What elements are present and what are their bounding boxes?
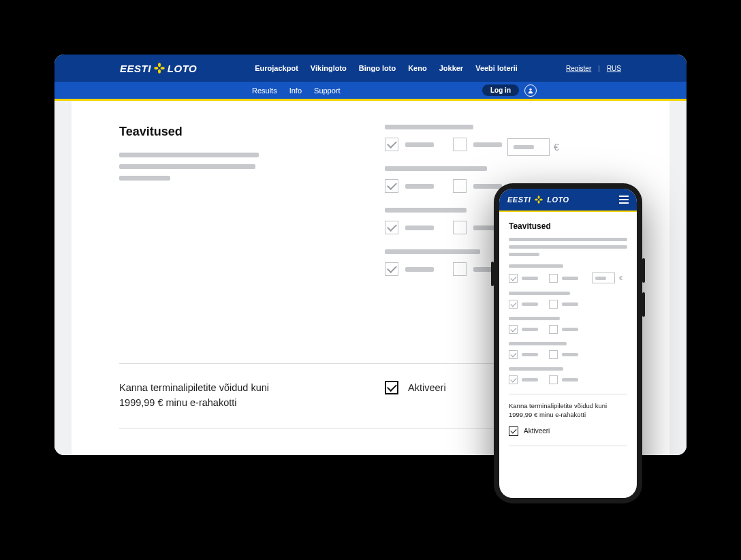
label-skeleton <box>522 302 538 306</box>
transfer-description: Kanna terminalipiletite võidud kuni 1999… <box>119 381 337 411</box>
device-button <box>491 262 494 286</box>
option-header-skeleton <box>385 166 487 171</box>
device-button <box>642 258 645 283</box>
option-group <box>509 367 627 384</box>
brand-word2: LOTO <box>547 196 569 204</box>
device-button <box>642 292 645 317</box>
label-skeleton <box>522 328 538 331</box>
checkbox[interactable] <box>549 274 558 283</box>
primary-nav: Eurojackpot Vikingloto Bingo loto Keno J… <box>255 64 518 72</box>
transfer-section: Kanna terminalipiletite võidud kuni 1999… <box>119 363 547 429</box>
option-header-skeleton <box>509 292 570 295</box>
nav-jokker[interactable]: Jokker <box>439 64 463 72</box>
svg-point-5 <box>538 196 540 199</box>
label-skeleton <box>405 184 434 189</box>
header-right: Register | RUS <box>566 65 621 72</box>
brand-logo[interactable]: EESTI LOTO <box>120 63 197 74</box>
divider <box>119 428 547 429</box>
label-skeleton <box>562 353 578 356</box>
option-group <box>509 317 627 334</box>
option-header-skeleton <box>385 208 467 213</box>
svg-point-3 <box>161 67 165 69</box>
option-header-skeleton <box>385 249 480 254</box>
label-skeleton <box>562 302 578 306</box>
checkbox[interactable] <box>549 375 558 384</box>
checkbox[interactable] <box>509 325 518 334</box>
checkbox[interactable] <box>453 138 467 151</box>
svg-point-0 <box>158 63 161 67</box>
mobile-header: EESTI LOTO <box>499 189 637 212</box>
user-icon[interactable] <box>524 84 537 97</box>
nav-keno[interactable]: Keno <box>408 64 427 72</box>
hamburger-icon[interactable] <box>619 196 629 204</box>
transfer-description: Kanna terminalipiletite võidud kuni 1999… <box>509 401 627 420</box>
clover-icon <box>533 194 544 205</box>
option-group <box>509 342 627 359</box>
label-skeleton <box>522 277 538 280</box>
secondary-header: Results Info Support Log in <box>54 82 687 101</box>
label-skeleton <box>405 225 434 230</box>
label-skeleton <box>473 184 502 189</box>
nav-eurojackpot[interactable]: Eurojackpot <box>255 64 298 72</box>
clover-icon <box>154 63 165 74</box>
brand-word1: EESTI <box>120 63 151 74</box>
checkbox[interactable] <box>385 179 398 193</box>
login-button[interactable]: Log in <box>482 84 519 96</box>
activate-checkbox[interactable] <box>385 381 398 394</box>
checkbox[interactable] <box>509 300 518 309</box>
mobile-screen: EESTI LOTO Teavitused <box>499 189 637 498</box>
checkbox[interactable] <box>509 274 518 283</box>
page-title: Teavitused <box>509 221 627 231</box>
option-group <box>385 125 623 151</box>
divider <box>509 394 627 394</box>
svg-point-6 <box>538 200 540 204</box>
label-skeleton <box>562 277 578 280</box>
lang-link[interactable]: RUS <box>607 65 621 72</box>
svg-point-4 <box>529 88 531 90</box>
nav-bingoloto[interactable]: Bingo loto <box>359 64 396 72</box>
label-skeleton <box>473 142 502 147</box>
amount-input[interactable] <box>507 138 550 156</box>
activate-label: Aktiveeri <box>524 427 550 435</box>
primary-header: EESTI LOTO Eurojackpot Vikingloto Bingo … <box>54 55 687 82</box>
label-skeleton <box>405 142 434 147</box>
checkbox[interactable] <box>453 221 467 234</box>
currency-symbol: € <box>619 275 622 281</box>
svg-point-1 <box>158 69 161 74</box>
brand-word2: LOTO <box>168 63 197 74</box>
checkbox[interactable] <box>453 179 467 193</box>
checkbox[interactable] <box>385 221 398 234</box>
option-group: € <box>509 264 627 283</box>
nav-vikingloto[interactable]: Vikingloto <box>311 64 347 72</box>
label-skeleton <box>522 353 538 356</box>
currency-symbol: € <box>554 142 559 153</box>
subnav-support[interactable]: Support <box>314 87 341 95</box>
label-skeleton <box>562 378 578 382</box>
svg-point-2 <box>154 67 158 69</box>
checkbox[interactable] <box>385 138 398 151</box>
activate-checkbox[interactable] <box>509 426 518 436</box>
checkbox[interactable] <box>509 375 518 384</box>
checkbox[interactable] <box>453 262 467 276</box>
amount-input-row: € <box>507 138 559 156</box>
nav-veebiloterii[interactable]: Veebi loterii <box>475 64 518 72</box>
mobile-body: Teavitused € <box>499 212 637 446</box>
checkbox[interactable] <box>549 300 558 309</box>
svg-point-8 <box>540 199 543 201</box>
activate-label: Aktiveeri <box>408 382 446 393</box>
amount-input[interactable] <box>592 273 615 283</box>
register-link[interactable]: Register <box>566 65 591 72</box>
checkbox[interactable] <box>549 325 558 334</box>
subnav-results[interactable]: Results <box>252 87 277 95</box>
label-skeleton <box>405 267 434 272</box>
subheader-right: Log in <box>482 84 537 97</box>
mobile-device: EESTI LOTO Teavitused <box>494 183 642 503</box>
secondary-nav: Results Info Support <box>252 87 341 95</box>
label-skeleton <box>562 328 578 331</box>
checkbox[interactable] <box>549 350 558 359</box>
checkbox[interactable] <box>509 350 518 359</box>
checkbox[interactable] <box>385 262 398 276</box>
subnav-info[interactable]: Info <box>289 87 302 95</box>
brand-logo[interactable]: EESTI LOTO <box>507 194 569 205</box>
option-header-skeleton <box>509 367 563 371</box>
